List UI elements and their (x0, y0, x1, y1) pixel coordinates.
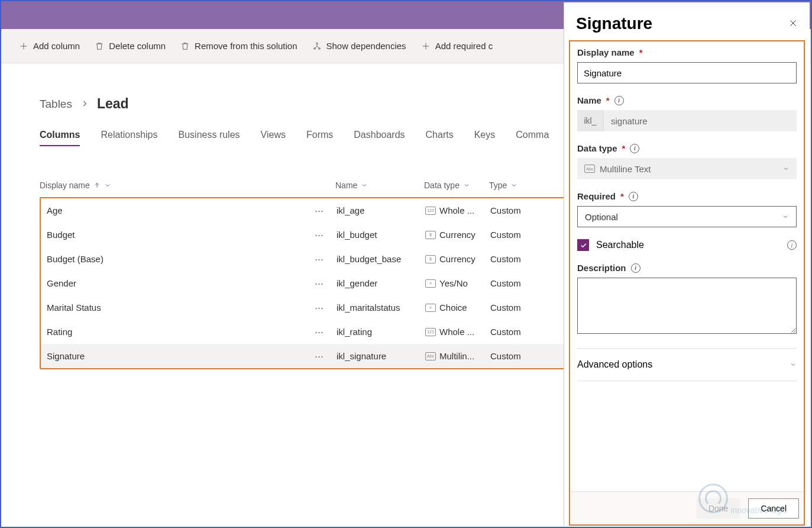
multiline-icon: Abc (584, 165, 595, 173)
panel-footer: Done Cancel (570, 491, 804, 524)
row-datatype: Choice (439, 302, 467, 313)
header-name[interactable]: Name (335, 181, 424, 190)
required-select[interactable]: Optional (577, 206, 797, 227)
show-deps-label: Show dependencies (326, 41, 406, 51)
more-actions-icon[interactable]: ⋯ (315, 278, 325, 289)
row-name: ikl_age (337, 205, 425, 215)
row-type: Custom (490, 302, 549, 313)
table-header: Display name Name Data type Type (40, 173, 572, 197)
tab-charts[interactable]: Charts (426, 130, 454, 146)
more-actions-icon[interactable]: ⋯ (315, 302, 325, 313)
header-type[interactable]: Type (489, 181, 548, 190)
row-display-name: Age (47, 205, 63, 215)
datatype-icon: ≡ (425, 304, 436, 312)
table-row[interactable]: Budget (Base)⋯ikl_budget_base$CurrencyCu… (41, 247, 571, 271)
description-input[interactable] (577, 278, 797, 334)
chevron-down-icon (782, 165, 790, 172)
table-row[interactable]: Age⋯ikl_age123Whole ...Custom (41, 198, 571, 223)
table-row[interactable]: Marital Status⋯ikl_maritalstatus≡ChoiceC… (41, 295, 571, 320)
row-type: Custom (490, 327, 549, 337)
more-actions-icon[interactable]: ⋯ (315, 327, 325, 337)
datatype-icon: Abc (425, 352, 436, 360)
info-icon[interactable]: i (630, 144, 639, 153)
row-type: Custom (490, 230, 549, 240)
deps-icon (312, 41, 322, 51)
table-row[interactable]: Rating⋯ikl_rating123Whole ...Custom (41, 320, 571, 344)
required-label: Required* i (577, 191, 797, 201)
row-type: Custom (490, 254, 549, 264)
add-required-button[interactable]: Add required c (421, 41, 493, 51)
display-name-label: Display name* (577, 47, 797, 57)
add-column-label: Add column (33, 41, 80, 51)
trash-icon (180, 41, 190, 51)
panel-header: Signature (564, 14, 810, 40)
name-input (604, 110, 797, 131)
chevron-down-icon (104, 182, 111, 189)
data-type-select: AbcMultiline Text (577, 158, 797, 179)
tab-forms[interactable]: Forms (306, 130, 333, 146)
row-datatype: Currency (439, 230, 475, 240)
name-label: Name* i (577, 95, 797, 105)
columns-table: Display name Name Data type Type Age⋯ikl… (40, 173, 572, 369)
delete-column-button[interactable]: Delete column (95, 41, 166, 51)
row-type: Custom (490, 205, 549, 215)
more-actions-icon[interactable]: ⋯ (315, 230, 325, 240)
info-icon[interactable]: i (631, 263, 640, 273)
show-dependencies-button[interactable]: Show dependencies (312, 41, 406, 51)
plus-icon (421, 41, 431, 51)
row-datatype: Yes/No (439, 278, 468, 288)
breadcrumb-root[interactable]: Tables (40, 98, 72, 111)
tab-columns[interactable]: Columns (40, 130, 80, 146)
chevron-down-icon (790, 361, 797, 368)
row-display-name: Marital Status (47, 302, 101, 313)
tab-dashboards[interactable]: Dashboards (354, 130, 405, 146)
chevron-down-icon (463, 182, 470, 189)
header-data-type[interactable]: Data type (424, 181, 489, 190)
data-type-label: Data type* i (577, 143, 797, 153)
tab-keys[interactable]: Keys (474, 130, 496, 146)
more-actions-icon[interactable]: ⋯ (315, 254, 325, 265)
tab-commands[interactable]: Comma (516, 130, 549, 146)
panel-body: Display name* Name* i ikl_ Data type* i … (569, 40, 805, 526)
info-icon[interactable]: i (614, 96, 624, 105)
row-display-name: Budget (Base) (47, 254, 103, 264)
row-name: ikl_budget_base (337, 254, 425, 264)
chevron-down-icon (782, 213, 789, 220)
info-icon[interactable]: i (787, 240, 797, 250)
add-column-button[interactable]: Add column (19, 41, 80, 51)
row-type: Custom (490, 351, 549, 361)
row-display-name: Gender (47, 278, 76, 288)
row-name: ikl_maritalstatus (337, 302, 425, 313)
advanced-options-toggle[interactable]: Advanced options (577, 348, 797, 381)
remove-solution-button[interactable]: Remove from this solution (180, 41, 297, 51)
column-edit-panel: Signature Display name* Name* i ikl_ Dat… (564, 2, 810, 526)
more-actions-icon[interactable]: ⋯ (315, 205, 325, 216)
datatype-icon: ≡ (425, 279, 436, 288)
table-row[interactable]: Signature⋯ikl_signatureAbcMultilin...Cus… (41, 344, 571, 368)
header-display-name[interactable]: Display name (40, 181, 335, 190)
info-icon[interactable]: i (629, 192, 638, 201)
row-type: Custom (490, 278, 549, 288)
tab-views[interactable]: Views (261, 130, 286, 146)
datatype-icon: $ (425, 255, 436, 263)
datatype-icon: $ (425, 231, 436, 239)
row-name: ikl_signature (337, 351, 425, 361)
remove-solution-label: Remove from this solution (195, 41, 297, 51)
row-name: ikl_budget (337, 230, 425, 240)
row-datatype: Currency (439, 254, 475, 264)
cancel-button[interactable]: Cancel (748, 498, 799, 519)
row-display-name: Signature (47, 351, 85, 361)
row-name: ikl_rating (337, 327, 425, 337)
row-datatype: Whole ... (439, 205, 474, 215)
tab-business-rules[interactable]: Business rules (179, 130, 240, 146)
datatype-icon: 123 (425, 328, 436, 336)
done-button[interactable]: Done (697, 498, 740, 519)
searchable-checkbox[interactable] (577, 239, 589, 251)
table-row[interactable]: Gender⋯ikl_gender≡Yes/NoCustom (41, 271, 571, 295)
more-actions-icon[interactable]: ⋯ (315, 351, 325, 362)
description-label: Description i (577, 263, 797, 273)
tab-relationships[interactable]: Relationships (101, 130, 157, 146)
display-name-input[interactable] (577, 62, 797, 83)
table-row[interactable]: Budget⋯ikl_budget$CurrencyCustom (41, 223, 571, 247)
close-button[interactable] (788, 18, 798, 30)
